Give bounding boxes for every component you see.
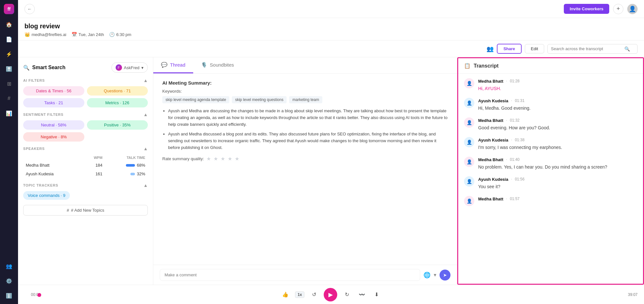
filter-positive[interactable]: Positive · 35% (87, 120, 148, 130)
add-new-topics-button[interactable]: # # Add New Topics (23, 205, 148, 216)
msg-header: Ayush Kudesia · 01:31 (478, 98, 637, 104)
share-button[interactable]: Share (497, 44, 521, 54)
comment-bar: 🌐 ▾ ➤ (153, 265, 457, 285)
transcript-search-box[interactable]: 🔍 (547, 44, 638, 54)
msg-text: No problem. Yes, I can hear you. Do you … (478, 164, 637, 170)
end-time: 39:07 (628, 292, 638, 297)
msg-content: Ayush Kudesia · 01:31 Hi, Medha. Good ev… (478, 98, 637, 112)
avatar: 👤 (627, 4, 638, 14)
dropdown-icon[interactable]: ▾ (434, 272, 436, 278)
speakers-collapse-icon[interactable]: ▲ (143, 146, 148, 151)
nav-grid-icon[interactable]: ⊞ (5, 79, 14, 88)
msg-header: Medha Bhatt · 01:28 (478, 78, 637, 84)
ai-filters-collapse-icon[interactable]: ▲ (143, 78, 148, 83)
nav-flash-icon[interactable]: ⚡ (5, 50, 14, 59)
ai-filters-grid: Dates & Times · 56 Questions · 71 Tasks … (23, 86, 148, 107)
nav-info-icon[interactable]: ℹ️ (5, 291, 14, 300)
msg-header: Medha Bhatt · 01:40 (478, 157, 637, 162)
action-bar: 👥 Share Edit 🔍 (18, 41, 644, 57)
play-controls: 👍 1x ↺ ▶ ↻ 〰️ ⬇ (280, 288, 382, 301)
msg-text: You see it? (478, 183, 637, 190)
avatar-medha: 👤 (464, 196, 474, 206)
askfred-icon: F (116, 64, 122, 71)
filter-questions[interactable]: Questions · 71 (87, 86, 148, 96)
panel-header: 🔍 Smart Search F AskFred ▾ (23, 62, 148, 73)
summary-bullets: Ayush and Medha are discussing the chang… (162, 108, 448, 151)
star-icon[interactable]: ★ (228, 156, 232, 162)
filter-negative[interactable]: Negative · 8% (23, 132, 84, 142)
transcript-messages: 👤 Medha Bhatt · 01:28 Hi, AYUSH. 👤 (458, 74, 643, 211)
msg-header: Ayush Kudesia · 01:56 (478, 176, 637, 182)
keyword-tag: skip level meeting agenda template (162, 96, 229, 103)
soundbites-tab-icon: 🎙️ (201, 62, 207, 68)
msg-speaker-name: Ayush Kudesia (478, 98, 508, 103)
msg-text: Hi, Medha. Good evening. (478, 105, 637, 112)
meta-time: 🕐 6:30 pm (109, 32, 131, 37)
main-content: ← Invite Coworkers + 👤 blog review 👑 med… (18, 0, 644, 304)
topic-trackers-header: TOPIC TRACKERS ▲ (23, 183, 148, 188)
nav-settings-icon[interactable]: ⚙️ (5, 276, 14, 285)
plus-button[interactable]: + (613, 4, 623, 14)
nav-people-icon[interactable]: 👥 (5, 262, 14, 271)
nav-doc-icon[interactable]: 📄 (5, 35, 14, 44)
filter-neutral[interactable]: Neutral · 58% (23, 120, 84, 130)
star-icon[interactable]: ★ (221, 156, 225, 162)
forward-button[interactable]: ↻ (342, 290, 352, 300)
msg-header: Ayush Kudesia · 01:38 (478, 137, 637, 143)
star-icon[interactable]: ★ (213, 156, 218, 162)
waveform-icon[interactable]: 〰️ (357, 290, 367, 300)
nav-chart-icon[interactable]: 📊 (5, 109, 14, 118)
speaker-talktime-ayush: 32% (108, 171, 145, 176)
sentiment-filters-collapse-icon[interactable]: ▲ (143, 112, 148, 117)
speaker-talktime-medha: 68% (108, 163, 145, 168)
invite-coworkers-button[interactable]: Invite Coworkers (564, 4, 609, 14)
tab-soundbites[interactable]: 🎙️ Soundbites (193, 57, 242, 73)
keyword-tags: skip level meeting agenda template skip … (162, 96, 448, 103)
summary-bullet: Ayush and Medha are discussing the chang… (168, 108, 448, 128)
speaker-row-medha: Medha Bhatt 184 68% (23, 161, 148, 170)
page-title: blog review (24, 23, 638, 30)
msg-time: 01:31 (515, 98, 525, 103)
rewind-button[interactable]: ↺ (309, 290, 319, 300)
globe-icon[interactable]: 🌐 (423, 272, 431, 279)
back-button[interactable]: ← (24, 4, 35, 14)
tab-thread[interactable]: 💬 Thread (153, 57, 193, 73)
play-button[interactable]: ▶ (324, 288, 337, 301)
transcript-message: 👤 Ayush Kudesia · 01:38 I'm sorry, I was… (464, 137, 637, 151)
page-meta: 👑 medha@fireflies.ai 📅 Tue, Jan 24th 🕐 6… (24, 32, 638, 37)
filter-tasks[interactable]: Tasks · 21 (23, 98, 84, 107)
edit-button[interactable]: Edit (525, 44, 544, 53)
thumbs-up-button[interactable]: 👍 (280, 290, 290, 300)
askfred-button[interactable]: F AskFred ▾ (111, 62, 148, 73)
star-icon[interactable]: ★ (206, 156, 211, 162)
talk-bar-icon (130, 173, 135, 175)
transcript-search-input[interactable] (551, 46, 622, 51)
msg-header: Medha Bhatt · 01:32 (478, 117, 637, 123)
download-button[interactable]: ⬇ (372, 290, 382, 300)
star-icon[interactable]: ★ (235, 156, 239, 162)
smart-search-panel: 🔍 Smart Search F AskFred ▾ AI FILTERS ▲ … (18, 57, 153, 285)
ai-filters-header: AI FILTERS ▲ (23, 78, 148, 83)
filter-dates-times[interactable]: Dates & Times · 56 (23, 86, 84, 96)
speed-button[interactable]: 1x (295, 291, 304, 298)
avatar-medha: 👤 (464, 117, 474, 128)
nav-hashtag-icon[interactable]: # (5, 94, 14, 103)
topic-voice-commands[interactable]: Voice commands · 9 (23, 191, 70, 200)
msg-text: Hi, AYUSH. (478, 85, 637, 92)
msg-content: Medha Bhatt · 01:28 Hi, AYUSH. (478, 78, 637, 92)
msg-content: Ayush Kudesia · 01:56 You see it? (478, 176, 637, 190)
meta-user: 👑 medha@fireflies.ai (24, 32, 66, 37)
nav-home-icon[interactable]: 🏠 (5, 20, 14, 29)
speaker-name-medha: Medha Bhatt (26, 163, 50, 168)
app-logo[interactable]: ff (4, 4, 14, 14)
comment-input[interactable] (160, 269, 420, 281)
nav-upload-icon[interactable]: ⬆️ (5, 64, 14, 73)
speaker-row-ayush: Ayush Kudesia 161 32% (23, 170, 148, 178)
top-bar: ← Invite Coworkers + 👤 (18, 0, 644, 18)
msg-time: 01:38 (515, 138, 525, 142)
filter-metrics[interactable]: Metrics · 126 (87, 98, 148, 107)
send-button[interactable]: ➤ (440, 270, 450, 281)
sentiment-filters-header: SENTIMENT FILTERS ▲ (23, 112, 148, 117)
topic-trackers-collapse-icon[interactable]: ▲ (143, 183, 148, 188)
thread-content: AI Meeting Summary: Keywords: skip level… (153, 74, 457, 265)
